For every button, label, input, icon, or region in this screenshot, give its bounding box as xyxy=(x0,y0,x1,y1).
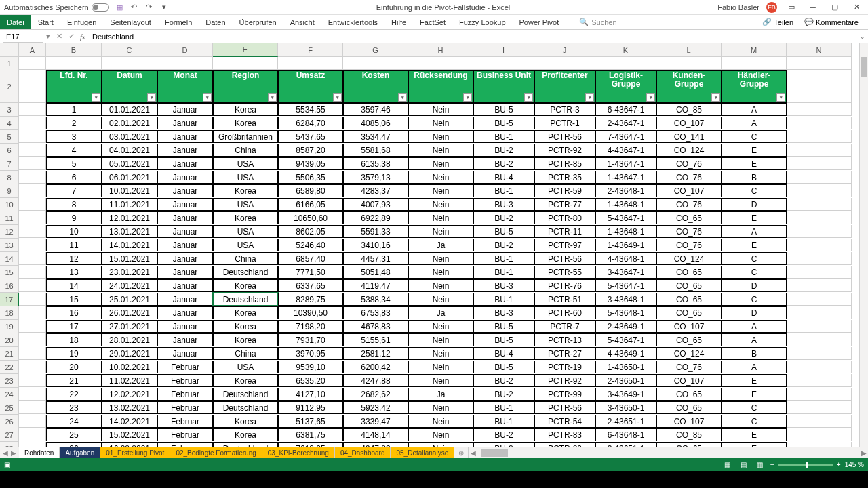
sheet-tab[interactable]: Rohdaten xyxy=(19,447,60,458)
cell[interactable]: Nein xyxy=(408,184,473,197)
cell[interactable] xyxy=(19,211,46,224)
cell[interactable]: PCTR-56 xyxy=(534,252,595,265)
cell[interactable]: 9 xyxy=(46,211,102,224)
cell[interactable]: Nein xyxy=(408,401,473,414)
cell[interactable]: E xyxy=(722,211,787,224)
cell[interactable]: PCTR-97 xyxy=(534,239,595,251)
cell[interactable]: Januar xyxy=(157,347,213,360)
cell[interactable]: 1-43647-1 xyxy=(595,171,656,184)
record-macro-icon[interactable]: ▣ xyxy=(4,461,10,468)
cell[interactable] xyxy=(787,57,852,70)
cell[interactable]: BU-5 xyxy=(473,225,534,238)
cell[interactable]: 3-43649-1 xyxy=(595,388,656,401)
cell[interactable]: PCTR-80 xyxy=(534,442,595,447)
cell[interactable]: 3-43647-1 xyxy=(595,266,656,279)
vertical-scrollbar[interactable] xyxy=(859,43,868,447)
cell[interactable]: PCTR-1 xyxy=(534,117,595,129)
cell[interactable]: Februar xyxy=(157,361,213,373)
row-header[interactable]: 23 xyxy=(0,374,19,388)
view-pagebreak-icon[interactable]: ▥ xyxy=(754,460,766,470)
cell[interactable]: C xyxy=(722,130,787,143)
cell[interactable]: 8587,20 xyxy=(278,144,343,157)
cell[interactable]: 5051,48 xyxy=(343,266,408,279)
cell[interactable]: BU-3 xyxy=(473,306,534,319)
cell[interactable]: 16 xyxy=(46,306,102,319)
name-box[interactable]: E17 xyxy=(3,30,43,43)
close-icon[interactable]: ✕ xyxy=(849,3,864,12)
cell[interactable]: 6922,89 xyxy=(343,211,408,224)
cell[interactable]: 5388,34 xyxy=(343,293,408,306)
cell[interactable]: 2581,12 xyxy=(343,347,408,360)
col-header[interactable]: F xyxy=(278,43,343,57)
cell[interactable] xyxy=(19,130,46,143)
cell[interactable]: 25 xyxy=(46,428,102,441)
cell[interactable]: 28.01.2021 xyxy=(102,333,157,346)
cell[interactable]: CO_65 xyxy=(656,401,722,414)
cell[interactable] xyxy=(19,347,46,360)
cell[interactable]: CO_85 xyxy=(656,428,722,441)
cell[interactable]: 1-43649-1 xyxy=(595,239,656,251)
cell[interactable] xyxy=(787,117,852,129)
cell[interactable]: 6135,38 xyxy=(343,157,408,170)
cell[interactable]: 6-43647-1 xyxy=(595,103,656,116)
cell[interactable]: PCTR-92 xyxy=(534,374,595,387)
filter-icon[interactable]: ▾ xyxy=(92,93,100,102)
table-header[interactable]: Business Unit▾ xyxy=(473,70,534,103)
cell[interactable] xyxy=(19,374,46,387)
cell[interactable]: PCTR-56 xyxy=(534,130,595,143)
cell[interactable]: USA xyxy=(213,225,278,238)
cell[interactable]: Februar xyxy=(157,442,213,447)
cell[interactable]: Januar xyxy=(157,103,213,116)
cell[interactable]: 4-43647-1 xyxy=(595,144,656,157)
cell[interactable]: 8 xyxy=(46,198,102,211)
cell[interactable]: BU-3 xyxy=(473,198,534,211)
cell[interactable] xyxy=(787,374,852,387)
cell[interactable]: 4-43649-1 xyxy=(595,347,656,360)
cell[interactable]: Februar xyxy=(157,388,213,401)
cell[interactable]: 02.01.2021 xyxy=(102,117,157,129)
cell[interactable] xyxy=(787,103,852,116)
cell[interactable]: Nein xyxy=(408,347,473,360)
cell[interactable]: 19 xyxy=(46,347,102,360)
cell[interactable] xyxy=(19,333,46,346)
cell[interactable] xyxy=(787,144,852,157)
zoom-out-icon[interactable]: − xyxy=(770,461,774,468)
cell[interactable] xyxy=(19,306,46,319)
cell[interactable]: 23.01.2021 xyxy=(102,266,157,279)
cell[interactable]: 9439,05 xyxy=(278,157,343,170)
row-header[interactable]: 16 xyxy=(0,279,19,293)
cell[interactable]: 3579,13 xyxy=(343,171,408,184)
cell[interactable]: PCTR-77 xyxy=(534,198,595,211)
cell[interactable]: Januar xyxy=(157,293,213,306)
cell[interactable]: D xyxy=(722,306,787,319)
cell[interactable]: PCTR-85 xyxy=(534,157,595,170)
cell[interactable] xyxy=(408,57,473,70)
cell[interactable]: 18 xyxy=(46,333,102,346)
cell[interactable]: 4127,10 xyxy=(278,388,343,401)
cell[interactable]: 26 xyxy=(46,442,102,447)
cell[interactable]: 7771,50 xyxy=(278,266,343,279)
cell[interactable]: E xyxy=(722,157,787,170)
cell[interactable]: CO_124 xyxy=(656,347,722,360)
cell[interactable]: CO_107 xyxy=(656,117,722,129)
cell[interactable]: Korea xyxy=(213,211,278,224)
cell[interactable]: 5-43647-1 xyxy=(595,333,656,346)
cell[interactable]: A xyxy=(722,117,787,129)
cell[interactable]: Nein xyxy=(408,144,473,157)
cell[interactable]: 14.01.2021 xyxy=(102,239,157,251)
cell[interactable]: A xyxy=(722,103,787,116)
cell[interactable]: 23 xyxy=(46,401,102,414)
row-header[interactable]: 10 xyxy=(0,198,19,211)
cell[interactable] xyxy=(722,57,787,70)
cell[interactable] xyxy=(656,57,722,70)
col-header[interactable]: L xyxy=(656,43,722,57)
row-header[interactable]: 22 xyxy=(0,361,19,374)
row-header[interactable]: 20 xyxy=(0,333,19,347)
cell[interactable]: E xyxy=(722,428,787,441)
cell[interactable]: USA xyxy=(213,361,278,373)
cell[interactable]: E xyxy=(722,239,787,251)
cell[interactable] xyxy=(157,57,213,70)
cell[interactable] xyxy=(595,57,656,70)
cell[interactable]: Februar xyxy=(157,374,213,387)
cell[interactable] xyxy=(19,103,46,116)
